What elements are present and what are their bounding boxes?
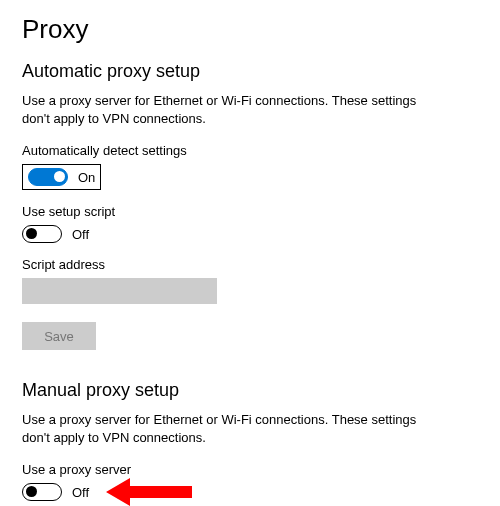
toggle-knob-icon: [26, 228, 37, 239]
toggle-knob-icon: [26, 486, 37, 497]
auto-detect-state: On: [78, 170, 95, 185]
save-button[interactable]: Save: [22, 322, 96, 350]
auto-detect-label: Automatically detect settings: [22, 143, 478, 158]
arrow-left-icon: [106, 475, 192, 506]
use-script-toggle[interactable]: [22, 225, 62, 243]
use-proxy-toggle[interactable]: [22, 483, 62, 501]
page-title: Proxy: [22, 14, 478, 45]
use-script-state: Off: [72, 227, 89, 242]
manual-section-description: Use a proxy server for Ethernet or Wi-Fi…: [22, 411, 422, 446]
use-proxy-state: Off: [72, 485, 89, 500]
svg-marker-0: [106, 478, 192, 506]
auto-detect-toggle[interactable]: [28, 168, 68, 186]
manual-section-heading: Manual proxy setup: [22, 380, 478, 401]
use-script-label: Use setup script: [22, 204, 478, 219]
auto-detect-highlight: On: [22, 164, 101, 190]
auto-section-description: Use a proxy server for Ethernet or Wi-Fi…: [22, 92, 422, 127]
toggle-knob-icon: [54, 171, 65, 182]
script-address-input[interactable]: [22, 278, 217, 304]
auto-section-heading: Automatic proxy setup: [22, 61, 478, 82]
script-address-label: Script address: [22, 257, 478, 272]
use-proxy-label: Use a proxy server: [22, 462, 478, 477]
